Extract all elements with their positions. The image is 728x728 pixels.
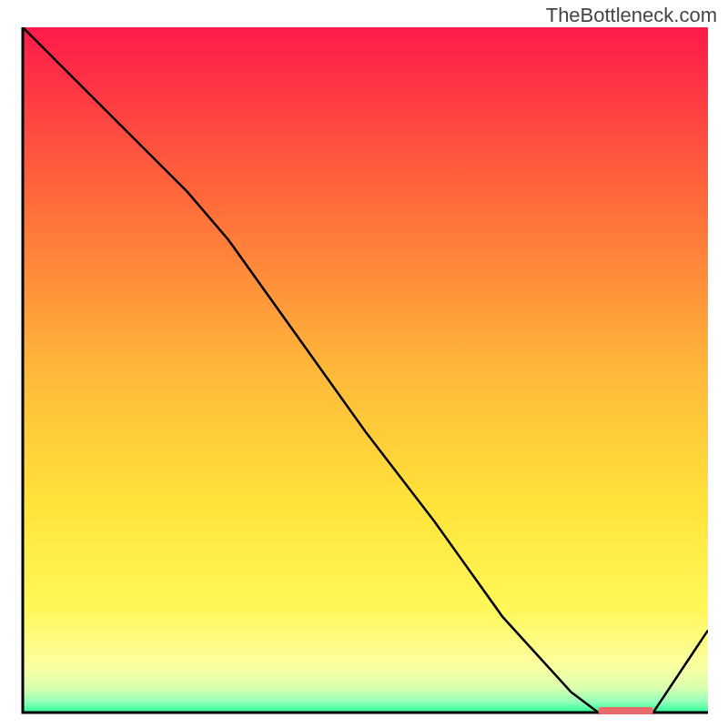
attribution-text: TheBottleneck.com <box>546 4 717 27</box>
optimal-marker <box>599 707 653 714</box>
chart-svg <box>20 27 708 715</box>
chart-container <box>20 27 708 715</box>
